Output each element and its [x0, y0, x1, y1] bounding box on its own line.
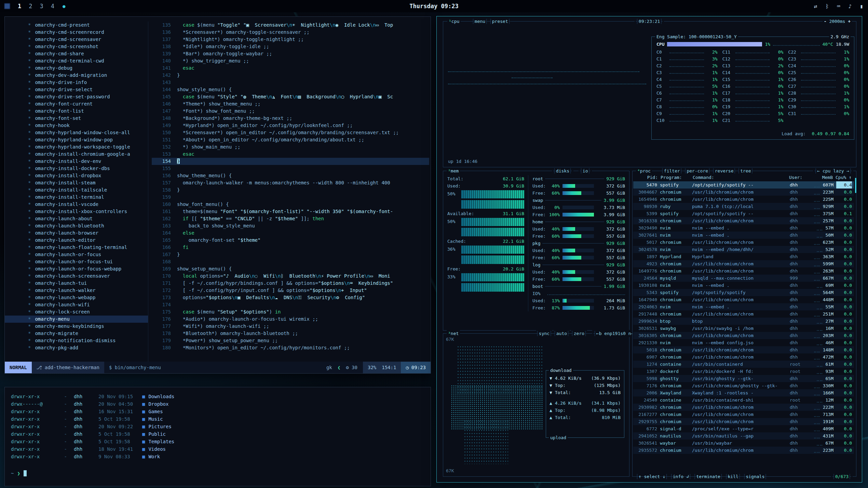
file-item[interactable]: *omarchy-launch-or-focus-tui: [5, 258, 148, 265]
process-row[interactable]: 2999634btopbtopdhh⣀⣀ 27M0.0: [633, 318, 854, 325]
code-line[interactable]: 137 *Nightlight*) omarchy-toggle-nightli…: [152, 36, 429, 43]
code-line[interactable]: 145 case $(menu "Style" "◍ Theme\n◮ Font…: [152, 93, 429, 100]
file-item[interactable]: *omarchy-cmd-terminal-cwd: [5, 57, 148, 65]
code-line[interactable]: 178 *Bluetooth*) omarchy-launch-bluetoot…: [152, 330, 429, 337]
file-item[interactable]: *omarchy-debug: [5, 65, 148, 72]
process-row[interactable]: 98930rubypuma 7.1.0 (tcp://localdhh⣀⣀ 92…: [633, 203, 854, 210]
code-line[interactable]: 174: [152, 301, 429, 308]
code-line[interactable]: 139 *Bar*) omarchy-toggle-waybar ;;: [152, 50, 429, 57]
process-row[interactable]: 5018chromium/usr/lib/chromium/chromdhh⣀⣀…: [633, 346, 854, 353]
net-zero-button[interactable]: zero: [571, 330, 587, 337]
process-row[interactable]: 1307dockerd/usr/bin/dockerd -H fd:root⣀⣀…: [633, 368, 854, 375]
code-line[interactable]: 173 options="$options\n▣ Defaults\n☁ DNS…: [152, 294, 429, 301]
file-item[interactable]: *omarchy-launch-walker: [5, 287, 148, 294]
file-item[interactable]: *omarchy-launch-screensaver: [5, 273, 148, 280]
file-item[interactable]: *omarchy-hyprland-window-close-all: [5, 129, 148, 136]
file-item[interactable]: *omarchy-launch-wifi: [5, 301, 148, 308]
file-item[interactable]: *omarchy-install-steam: [5, 179, 148, 186]
file-item[interactable]: *omarchy-cmd-screenshot: [5, 43, 148, 50]
code-line[interactable]: 154}: [152, 158, 429, 165]
file-item[interactable]: *omarchy-drive-info: [5, 79, 148, 86]
process-row[interactable]: 1649776chromium/usr/lib/chromium/chromdh…: [633, 267, 854, 275]
process-row[interactable]: 3016305chromium/usr/lib/chromium/chromdh…: [633, 332, 854, 339]
net-sync-button[interactable]: sync: [536, 330, 552, 337]
process-row[interactable]: 24564mysqldmysqld --max-connection999⣀⣀ …: [633, 275, 854, 282]
process-row[interactable]: 2930982chromium/usr/lib/chromium/chromdh…: [633, 404, 854, 411]
process-row[interactable]: 3026541waybar/usr/bin/waybardhh⣀⣀ 67M0.0: [633, 440, 854, 447]
process-table-header[interactable]: Pid: Program: Command: User: MemB Cpu% ↑: [633, 172, 854, 181]
file-item[interactable]: *omarchy-launch-editor: [5, 237, 148, 244]
file-item[interactable]: *omarchy-hook: [5, 122, 148, 129]
code-line[interactable]: 142}: [152, 72, 429, 79]
shell-prompt[interactable]: ~ ❯: [11, 470, 27, 477]
file-item[interactable]: *omarchy-launch-floating-terminal: [5, 244, 148, 251]
battery-icon[interactable]: ▮: [860, 3, 863, 10]
cpu-preset-button[interactable]: preset: [489, 18, 511, 25]
proc-action-terminate[interactable]: terminate: [694, 473, 723, 480]
cpu-menu-button[interactable]: menu: [472, 18, 488, 25]
screencast-icon[interactable]: ⇄: [814, 3, 817, 10]
file-item[interactable]: *omarchy-migrate: [5, 330, 148, 337]
code-line[interactable]: 172 [ -f ~/.config/hypr/input.conf ] && …: [152, 287, 429, 294]
process-row[interactable]: 2924063nvimnvim --embed .dhh⣀⣀ 55M0.0: [633, 303, 854, 310]
process-row[interactable]: 3026531swaybg/usr/bin/swaybg -i /homdhh⣀…: [633, 325, 854, 332]
code-line[interactable]: 163 back_to show_style_menu: [152, 222, 429, 229]
code-line[interactable]: 147 *Font*) show_font_menu ;;: [152, 108, 429, 115]
file-item[interactable]: *omarchy-cmd-screenrecord: [5, 29, 148, 36]
file-item[interactable]: *omarchy-font-set: [5, 115, 148, 122]
code-line[interactable]: 170 local options="♪ Audio\n◌ Wifi\nᛒ Bl…: [152, 273, 429, 280]
file-item[interactable]: *omarchy-drive-set-password: [5, 93, 148, 100]
keyboard-icon[interactable]: ⌨: [837, 3, 840, 10]
code-line[interactable]: 180 *Monitors*) open_in_editor ~/.config…: [152, 344, 429, 351]
code-line[interactable]: 151 *About*) open_in_editor ~/.config/om…: [152, 136, 429, 143]
code-line[interactable]: 169show_setup_menu() {: [152, 265, 429, 273]
file-item[interactable]: *omarchy-cmd-screensaver: [5, 36, 148, 43]
process-row[interactable]: 2167277chromium/usr/lib/chromium/chromdh…: [633, 411, 854, 418]
process-row[interactable]: 1654946chromium/usr/lib/chromium/chromdh…: [633, 196, 854, 203]
code-line[interactable]: 156show_theme_menu() {: [152, 172, 429, 179]
proc-scrollbar[interactable]: [855, 178, 856, 193]
net-auto-button[interactable]: auto: [554, 330, 570, 337]
file-item[interactable]: *omarchy-cmd-share: [5, 50, 148, 57]
code-line[interactable]: 138 *Idle*) omarchy-toggle-idle ;;: [152, 43, 429, 50]
file-item[interactable]: *omarchy-install-vscode: [5, 201, 148, 208]
file-item[interactable]: *omarchy-install-tailscale: [5, 186, 148, 194]
proc-action-signals[interactable]: signals: [743, 473, 767, 480]
code-line[interactable]: 164 else: [152, 229, 429, 237]
file-item[interactable]: *omarchy-lock-screen: [5, 308, 148, 316]
code-line[interactable]: 148 *Background*) omarchy-theme-bg-next …: [152, 115, 429, 122]
file-item[interactable]: *omarchy-launch-about: [5, 215, 148, 222]
proc-action-kill[interactable]: kill: [725, 473, 741, 480]
file-item[interactable]: *omarchy-pkg-add: [5, 344, 148, 351]
process-row[interactable]: 3004667chromium/usr/lib/chromium/chromdh…: [633, 189, 854, 196]
file-item[interactable]: *omarchy-dev-add-migration: [5, 72, 148, 79]
process-row[interactable]: 1647940chromium/usr/lib/chromium/chromdh…: [633, 296, 854, 303]
code-line[interactable]: 160show_font_menu() {: [152, 201, 429, 208]
process-row[interactable]: 2929755chromium/usr/lib/chromium/chromdh…: [633, 418, 854, 425]
file-item[interactable]: *omarchy-launch-or-focus-webapp: [5, 265, 148, 273]
code-line[interactable]: 161 theme=$(menu "Font" "$(omarchy-font-…: [152, 208, 429, 215]
process-row[interactable]: 3029490nvimnvim --embed .dhh⣀⣀ 57M0.0: [633, 224, 854, 232]
process-row[interactable]: 24540containe/usr/bin/containerd-shiroot…: [633, 396, 854, 404]
proc-action-info-[interactable]: info ↲: [670, 473, 692, 480]
code-line[interactable]: 166 fi: [152, 244, 429, 251]
file-item[interactable]: *omarchy-install-dev-env: [5, 158, 148, 165]
code-line[interactable]: 168: [152, 258, 429, 265]
interval-plus-button[interactable]: +: [848, 19, 851, 24]
code-line[interactable]: 157 omarchy-launch-walker -m menus:omarc…: [152, 179, 429, 186]
process-row[interactable]: 3016338chromium/usr/lib/chromium/chromdh…: [633, 217, 854, 224]
code-line[interactable]: 143: [152, 79, 429, 86]
process-row[interactable]: 5470spotify/opt/spotify/spotify --dhh⣀⣀ …: [633, 181, 854, 189]
code-line[interactable]: 144show_style_menu() {: [152, 86, 429, 93]
file-item[interactable]: *omarchy-menu-keybindings: [5, 323, 148, 330]
process-row[interactable]: 1897HyprlandHyprlanddhh⣀⣀ 363M0.0: [633, 253, 854, 260]
code-line[interactable]: 152 *) show_main_menu ;;: [152, 143, 429, 151]
process-row[interactable]: 1930108nvimnvim --embed .dhh⣀⣀ 69M0.0: [633, 282, 854, 289]
process-row[interactable]: 5998ghostty/usr/bin/ghostty --gtk-dhh⣀⣀ …: [633, 375, 854, 382]
code-line[interactable]: 176 *Audio*) omarchy-launch-or-focus-tui…: [152, 316, 429, 323]
code-line[interactable]: 167}: [152, 251, 429, 258]
process-row[interactable]: 2917448chromium/usr/lib/chromium/chromdh…: [633, 310, 854, 318]
file-item[interactable]: *omarchy-launch-tui: [5, 280, 148, 287]
process-row[interactable]: 5399spotify/opt/spotify/spotify --dhh⣀⣀ …: [633, 210, 854, 217]
file-item[interactable]: *omarchy-install-xbox-controllers: [5, 208, 148, 215]
